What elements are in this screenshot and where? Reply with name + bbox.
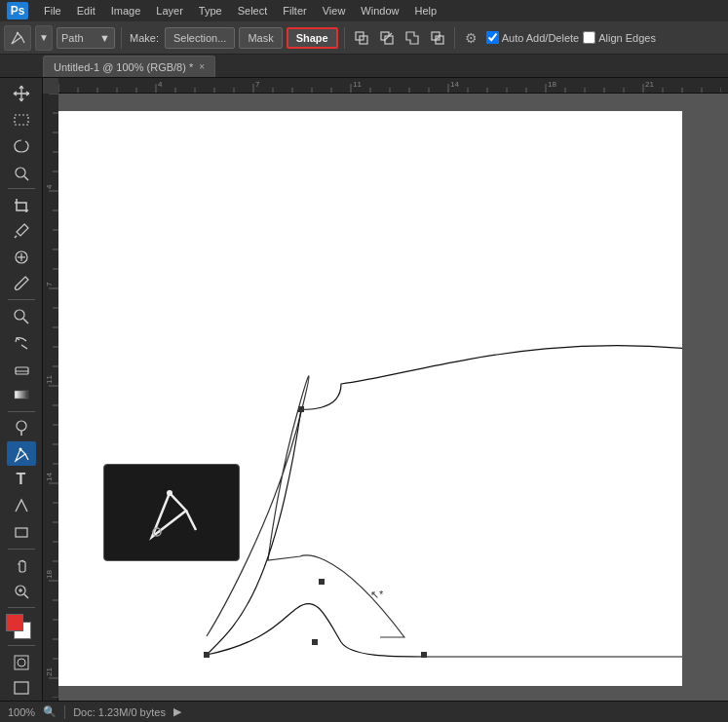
lt-sep-6 (8, 645, 35, 646)
crop-tool[interactable] (7, 193, 36, 217)
anchor-point-2[interactable] (298, 406, 304, 412)
canvas-white[interactable]: ↖* (58, 111, 682, 686)
auto-add-delete-checkbox[interactable] (486, 31, 499, 44)
intersect-paths-icon[interactable] (402, 27, 423, 49)
anchor-point-4[interactable] (312, 639, 318, 645)
menu-select[interactable]: Select (231, 3, 275, 19)
menu-file[interactable]: File (37, 3, 68, 19)
separator-3 (454, 27, 455, 49)
auto-add-delete-label[interactable]: Auto Add/Delete (486, 31, 580, 44)
menu-image[interactable]: Image (104, 3, 148, 19)
make-label: Make: (130, 32, 159, 44)
menu-view[interactable]: View (316, 3, 353, 19)
svg-point-20 (17, 421, 26, 431)
align-edges-checkbox[interactable] (583, 31, 595, 44)
svg-point-10 (16, 168, 25, 177)
zoom-icon: 🔍 (43, 705, 57, 718)
settings-icon[interactable]: ⚙ (461, 27, 482, 49)
tool-mode-dropdown-btn[interactable]: ▼ (35, 25, 53, 51)
menu-window[interactable]: Window (354, 3, 405, 19)
zoom-tool[interactable] (7, 579, 36, 603)
ps-logo-icon: Ps (7, 2, 28, 19)
lasso-tool[interactable] (7, 134, 36, 159)
svg-rect-19 (15, 391, 28, 399)
svg-rect-9 (15, 115, 28, 125)
mask-button[interactable]: Mask (239, 27, 282, 49)
zoom-level: 100% (8, 706, 35, 718)
options-toolbar: ▼ Path ▼ Make: Selection... Mask Shape ⚙… (0, 21, 728, 55)
quick-select-tool[interactable] (7, 160, 36, 184)
path-drawing (58, 111, 682, 686)
menu-edit[interactable]: Edit (70, 3, 102, 19)
menu-type[interactable]: Type (192, 3, 229, 19)
lt-sep-5 (8, 607, 35, 608)
move-tool[interactable] (7, 82, 36, 106)
shape-tool[interactable] (7, 520, 36, 545)
eyedropper-tool[interactable] (7, 219, 36, 244)
svg-line-34 (186, 511, 196, 530)
svg-point-16 (15, 310, 24, 320)
lt-sep-4 (8, 549, 35, 550)
app-logo: Ps (4, 0, 31, 21)
lt-sep-1 (8, 188, 35, 189)
type-tool[interactable]: T (7, 468, 36, 492)
separator-1 (121, 27, 122, 49)
clone-stamp-tool[interactable] (7, 304, 36, 328)
path-mode-arrow: ▼ (99, 32, 110, 44)
shape-button[interactable]: Shape (287, 27, 338, 49)
foreground-color-swatch[interactable] (6, 614, 23, 631)
anchor-point-3[interactable] (319, 579, 325, 585)
tab-close-btn[interactable]: × (199, 61, 205, 72)
svg-rect-24 (16, 528, 27, 537)
quick-mask-btn[interactable] (7, 650, 36, 674)
canvas-scroll[interactable]: ↖* (58, 94, 728, 701)
gradient-tool[interactable] (7, 383, 36, 407)
menu-layer[interactable]: Layer (149, 3, 190, 19)
svg-point-33 (167, 490, 172, 496)
path-mode-label: Path (61, 32, 84, 44)
healing-tool[interactable] (7, 246, 36, 270)
menu-help[interactable]: Help (407, 3, 443, 19)
eraser-tool[interactable] (7, 357, 36, 381)
svg-line-23 (25, 454, 28, 460)
combine-paths-icon[interactable] (351, 27, 372, 49)
selection-button[interactable]: Selection... (165, 27, 235, 49)
path-mode-dropdown[interactable]: Path ▼ (57, 27, 115, 49)
menu-filter[interactable]: Filter (276, 3, 313, 19)
tab-title: Untitled-1 @ 100% (RGB/8) * (54, 61, 193, 73)
menu-bar: Ps File Edit Image Layer Type Select Fil… (0, 0, 728, 21)
doc-info-arrow[interactable]: ▶ (173, 705, 181, 718)
align-edges-label[interactable]: Align Edges (583, 31, 656, 44)
color-swatches[interactable] (6, 614, 37, 639)
hand-tool[interactable] (7, 552, 36, 577)
svg-point-0 (17, 31, 19, 33)
svg-line-12 (15, 236, 17, 238)
svg-rect-32 (15, 682, 28, 694)
dodge-tool[interactable] (7, 415, 36, 439)
svg-point-22 (19, 447, 21, 450)
status-bar: 100% 🔍 Doc: 1.23M/0 bytes ▶ (0, 701, 728, 722)
left-toolbar: T (0, 78, 43, 701)
anchor-point-5[interactable] (421, 652, 427, 658)
screen-mode-btn[interactable] (7, 676, 36, 701)
history-brush-tool[interactable] (7, 330, 36, 355)
svg-rect-4 (385, 36, 393, 44)
path-selection-tool[interactable] (7, 494, 36, 518)
lt-sep-2 (8, 299, 35, 300)
pen-tool-icon-btn[interactable] (4, 25, 31, 51)
marquee-tool[interactable] (7, 108, 36, 133)
anchor-point-1[interactable] (204, 652, 210, 658)
pen-tool[interactable] (7, 441, 36, 466)
lt-sep-3 (8, 411, 35, 412)
subtract-paths-icon[interactable] (376, 27, 398, 49)
svg-line-27 (24, 594, 28, 598)
brush-tool[interactable] (7, 272, 36, 296)
ruler-v-wrapper: ↖* (43, 94, 728, 701)
pen-tool-popup (103, 464, 240, 561)
exclude-paths-icon[interactable] (427, 27, 448, 49)
document-tab[interactable]: Untitled-1 @ 100% (RGB/8) * × (43, 56, 215, 77)
main-layout: T (0, 78, 728, 701)
ruler-horizontal (58, 78, 728, 94)
svg-point-31 (18, 659, 25, 666)
status-sep (64, 705, 65, 719)
